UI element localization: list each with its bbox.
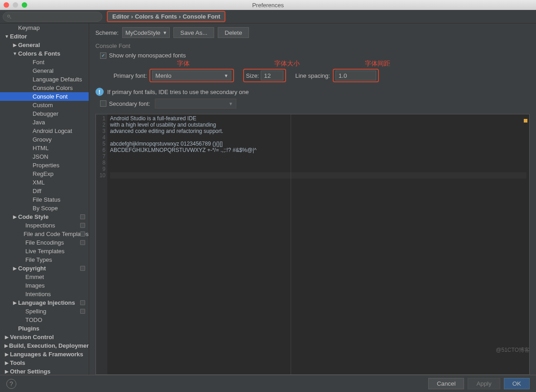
settings-tree[interactable]: Keymap▼Editor▶General▼Colors & FontsFont… [0, 24, 89, 375]
tree-item-tools[interactable]: ▶Tools [0, 359, 89, 367]
tree-item-label: Diff [33, 188, 41, 194]
primary-font-select[interactable]: Menlo ▼ [152, 71, 231, 80]
tree-item-label: Android Logcat [33, 128, 72, 134]
tree-item-file-status[interactable]: File Status [0, 195, 89, 204]
tree-item-languages-frameworks[interactable]: ▶Languages & Frameworks [0, 350, 89, 359]
search-box[interactable] [3, 12, 102, 22]
chevron-right-icon: ▶ [5, 369, 9, 374]
tree-item-label: Java [33, 119, 45, 126]
tree-item-label: File Status [33, 196, 60, 203]
tree-item-label: Keymap [18, 24, 40, 31]
save-as-button[interactable]: Save As... [173, 27, 214, 38]
tree-item-html[interactable]: HTML [0, 144, 89, 152]
tree-item-other-settings[interactable]: ▶Other Settings [0, 367, 89, 375]
chevron-right-icon: ▶ [13, 266, 17, 271]
search-input[interactable] [14, 14, 98, 20]
help-button[interactable]: ? [6, 379, 16, 389]
tree-item-build-execution-deployment[interactable]: ▶Build, Execution, Deployment [0, 341, 89, 350]
size-input[interactable] [261, 71, 283, 80]
toolbar: Editor › Colors & Fonts › Console Font [0, 10, 536, 24]
tree-item-general[interactable]: General [0, 66, 89, 75]
tree-item-editor[interactable]: ▼Editor [0, 32, 89, 41]
annotation-spacing: 字体间距 [365, 60, 390, 68]
tree-item-font[interactable]: Font [0, 58, 89, 66]
show-mono-checkbox[interactable]: ✓ [100, 52, 106, 59]
tree-item-android-logcat[interactable]: Android Logcat [0, 127, 89, 135]
primary-font-label: Primary font: [114, 72, 147, 79]
tree-item-todo[interactable]: TODO [0, 316, 89, 324]
tree-item-version-control[interactable]: ▶Version Control [0, 333, 89, 341]
section-title: Console Font [96, 43, 530, 49]
cancel-button[interactable]: Cancel [428, 378, 464, 389]
tree-item-language-injections[interactable]: ▶Language Injections [0, 298, 89, 307]
gutter: 12345678910 [96, 114, 107, 374]
tree-item-label: Font [33, 59, 44, 66]
tree-item-label: Language Injections [18, 299, 75, 306]
tree-item-json[interactable]: JSON [0, 152, 89, 161]
project-level-icon [80, 266, 85, 271]
tree-item-code-style[interactable]: ▶Code Style [0, 213, 89, 221]
tree-item-label: Custom [33, 102, 53, 109]
scheme-select[interactable]: MyCodeStyle ▼ [122, 27, 170, 38]
tree-item-console-font[interactable]: Console Font [0, 92, 89, 101]
tree-item-colors-fonts[interactable]: ▼Colors & Fonts [0, 49, 89, 58]
tree-item-by-scope[interactable]: By Scope [0, 204, 89, 213]
tree-item-inspections[interactable]: Inspections [0, 221, 89, 230]
tree-item-properties[interactable]: Properties [0, 161, 89, 170]
tree-item-general[interactable]: ▶General [0, 41, 89, 49]
annotation-font: 字体 [177, 60, 190, 68]
tree-item-console-colors[interactable]: Console Colors [0, 84, 89, 92]
scheme-label: Scheme: [96, 29, 119, 36]
chevron-down-icon: ▼ [5, 34, 9, 39]
delete-button[interactable]: Delete [218, 27, 249, 38]
project-level-icon [80, 231, 85, 236]
annotation-size: 字体大小 [274, 60, 300, 68]
tree-item-label: Spelling [25, 308, 46, 315]
tree-item-label: RegExp [33, 170, 53, 177]
tree-item-live-templates[interactable]: Live Templates [0, 247, 89, 255]
tree-item-spelling[interactable]: Spelling [0, 307, 89, 316]
tree-item-label: Live Templates [25, 248, 64, 255]
tree-item-emmet[interactable]: Emmet [0, 273, 89, 281]
ok-button[interactable]: OK [504, 378, 530, 389]
tree-item-regexp[interactable]: RegExp [0, 170, 89, 178]
tree-item-xml[interactable]: XML [0, 178, 89, 187]
tree-item-file-types[interactable]: File Types [0, 255, 89, 264]
tree-item-diff[interactable]: Diff [0, 187, 89, 195]
spacing-label: Line spacing: [295, 72, 330, 79]
apply-button[interactable]: Apply [468, 378, 500, 389]
breadcrumb-part: Editor [112, 13, 129, 20]
chevron-right-icon: ▶ [5, 360, 9, 365]
primary-font-value: Menlo [155, 72, 171, 79]
tree-item-file-encodings[interactable]: File Encodings [0, 238, 89, 247]
tree-item-label: Version Control [10, 334, 54, 340]
tree-item-label: Intentions [25, 291, 51, 298]
tree-item-label: Console Colors [33, 85, 73, 91]
tree-item-copyright[interactable]: ▶Copyright [0, 264, 89, 273]
tree-item-java[interactable]: Java [0, 118, 89, 127]
chevron-down-icon: ▼ [229, 101, 233, 106]
dialog-footer: ? Cancel Apply OK [0, 375, 536, 392]
tree-item-label: TODO [25, 316, 42, 323]
primary-font-highlight: Menlo ▼ [149, 69, 234, 82]
tree-item-plugins[interactable]: Plugins [0, 324, 89, 333]
tree-item-language-defaults[interactable]: Language Defaults [0, 75, 89, 84]
tree-item-label: Console Font [33, 93, 67, 100]
secondary-font-checkbox[interactable] [100, 100, 106, 107]
spacing-input[interactable] [335, 71, 376, 80]
breadcrumb-part: Colors & Fonts [135, 13, 177, 20]
tree-item-images[interactable]: Images [0, 281, 89, 290]
tree-item-label: Groovy [33, 136, 52, 143]
tree-item-label: Properties [33, 162, 59, 169]
tree-item-keymap[interactable]: Keymap [0, 24, 89, 32]
tree-item-debugger[interactable]: Debugger [0, 109, 89, 118]
tree-item-label: Colors & Fonts [18, 50, 60, 57]
secondary-font-select[interactable]: ▼ [155, 99, 236, 109]
tree-item-custom[interactable]: Custom [0, 101, 89, 109]
tree-item-file-and-code-templates[interactable]: File and Code Templates [0, 230, 89, 238]
tree-item-intentions[interactable]: Intentions [0, 290, 89, 298]
tree-item-label: HTML [33, 145, 48, 151]
font-preview[interactable]: 12345678910 Android Studio is a full-fea… [96, 114, 530, 375]
project-level-icon [80, 240, 85, 245]
tree-item-groovy[interactable]: Groovy [0, 135, 89, 144]
